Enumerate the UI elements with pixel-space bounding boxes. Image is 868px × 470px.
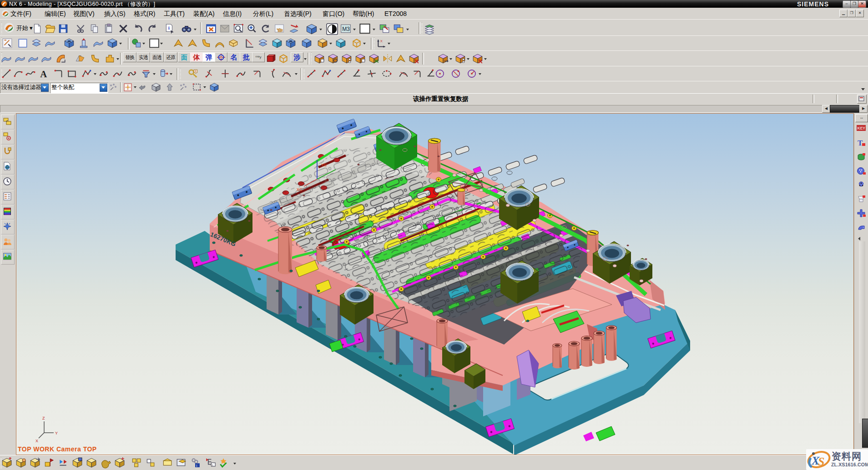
svg-text:M3: M3 [342,26,350,32]
svg-text:i: i [196,464,197,468]
svg-text:i: i [168,25,170,30]
svg-text:Y: Y [55,431,58,435]
svg-text:Z: Z [42,416,45,420]
svg-text:T: T [858,139,863,147]
svg-text:YC: YC [321,163,327,167]
svg-text:X: X [35,439,38,443]
svg-text:X: X [380,39,383,43]
svg-text:XC: XC [297,187,303,192]
svg-text:i: i [212,463,213,466]
svg-text:S: S [818,455,824,468]
svg-text:KEY: KEY [858,126,866,130]
svg-text:A: A [40,69,47,79]
